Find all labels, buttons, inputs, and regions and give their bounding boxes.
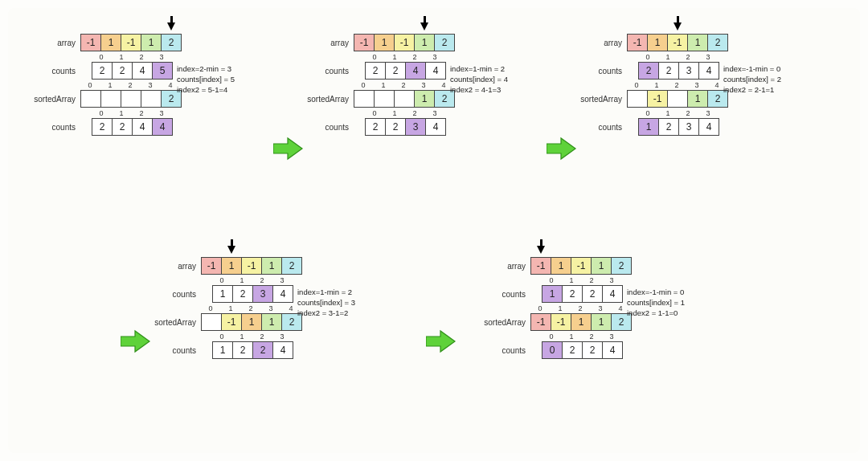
- index-label: 3: [413, 81, 434, 89]
- row-label: sortedArray: [32, 95, 80, 104]
- cell: 2: [582, 285, 603, 303]
- cell: 2: [562, 341, 583, 359]
- cell: 1: [687, 90, 708, 108]
- cell: 5: [152, 62, 173, 80]
- cell: 1: [571, 313, 592, 331]
- index-label: 2: [393, 81, 414, 89]
- cell: -1: [221, 313, 242, 331]
- index-label: 1: [373, 81, 394, 89]
- index-label: 3: [260, 304, 281, 312]
- index-label: 2: [240, 304, 261, 312]
- index-label: 2: [120, 81, 141, 89]
- calc-annotation: index=1-min = 2counts[index] = 3index2 =…: [297, 288, 355, 318]
- row-label: counts: [482, 290, 530, 299]
- cell: 2: [232, 285, 253, 303]
- cell: -1: [354, 34, 375, 51]
- cell: 2: [252, 341, 273, 359]
- calc-annotation: index=-1-min = 0counts[index] = 2index2 …: [723, 64, 781, 95]
- row-label: array: [579, 39, 627, 47]
- cell: 1: [638, 118, 659, 136]
- index-label: 3: [424, 53, 445, 61]
- cell: 3: [678, 118, 699, 136]
- cell: 1: [221, 257, 242, 275]
- cell: 4: [152, 118, 173, 136]
- index-label: 1: [384, 109, 405, 117]
- index-label: 1: [220, 304, 241, 312]
- index-label: 3: [686, 81, 707, 89]
- cell: 2: [658, 118, 679, 136]
- cell: 2: [365, 62, 386, 80]
- cell: 0: [542, 341, 563, 359]
- index-label: 0: [626, 81, 647, 89]
- index-label: 0: [80, 81, 100, 89]
- index-label: 2: [581, 332, 602, 341]
- cell: 2: [582, 341, 603, 359]
- cell: 1: [241, 313, 262, 331]
- index-label: 1: [231, 332, 252, 341]
- index-label: 2: [678, 109, 698, 117]
- index-label: 3: [698, 53, 719, 61]
- row-label: sortedArray: [153, 318, 201, 327]
- row-label: counts: [153, 346, 201, 355]
- step4: array-11-1120123counts123401234sortedArr…: [153, 249, 302, 361]
- index-label: 0: [91, 109, 112, 117]
- calc-annotation: index=1-min = 2counts[index] = 4index2 =…: [450, 64, 508, 95]
- cell: 1: [261, 313, 282, 331]
- index-label: 1: [384, 53, 405, 61]
- index-label: 3: [601, 332, 622, 341]
- cell: [627, 90, 648, 108]
- index-label: 1: [657, 53, 678, 61]
- row-label: sortedArray: [305, 95, 354, 104]
- cell: 4: [405, 62, 426, 80]
- index-label: 3: [590, 304, 611, 312]
- cell: 3: [678, 62, 699, 80]
- cell: [374, 90, 395, 108]
- index-label: 3: [698, 109, 719, 117]
- cell: 2: [434, 34, 455, 51]
- cell: -1: [667, 34, 688, 51]
- row-label: counts: [305, 123, 354, 132]
- index-label: 2: [404, 53, 425, 61]
- index-label: 0: [211, 332, 232, 341]
- cell: 1: [261, 257, 282, 275]
- pointer-arrow-icon: [537, 246, 545, 254]
- pointer-arrow-icon: [227, 246, 235, 254]
- row-label: array: [153, 262, 201, 271]
- index-label: 1: [100, 81, 121, 89]
- cell: 1: [647, 34, 668, 51]
- cell: 4: [602, 341, 623, 359]
- index-label: 0: [541, 276, 562, 284]
- cell: 1: [551, 257, 571, 275]
- cell: 4: [132, 118, 153, 136]
- row-label: counts: [579, 67, 627, 75]
- step5: array-11-1120123counts122401234sortedArr…: [482, 249, 632, 361]
- row-label: counts: [305, 67, 354, 75]
- index-label: 3: [140, 81, 161, 89]
- cell: [80, 90, 101, 108]
- step1: array-11-1120123counts224501234sortedArr…: [32, 26, 182, 137]
- flow-arrow-icon: [273, 137, 304, 161]
- row-label: sortedArray: [579, 95, 627, 104]
- cell: 1: [414, 34, 435, 51]
- cell: 1: [687, 34, 708, 51]
- cell: [394, 90, 415, 108]
- cell: 4: [698, 118, 719, 136]
- cell: [121, 90, 141, 108]
- index-label: 0: [200, 304, 221, 312]
- cell: 2: [611, 257, 632, 275]
- cell: -1: [647, 90, 668, 108]
- index-label: 1: [561, 332, 582, 341]
- row-label: counts: [153, 290, 201, 299]
- index-label: 0: [353, 81, 374, 89]
- index-label: 1: [657, 109, 678, 117]
- index-label: 2: [131, 109, 152, 117]
- row-label: array: [482, 262, 530, 271]
- flow-arrow-icon: [547, 137, 577, 161]
- cell: -1: [80, 34, 101, 51]
- calc-annotation: index=2-min = 3counts[index] = 5index2 =…: [177, 64, 235, 95]
- cell: 2: [385, 62, 406, 80]
- row-label: counts: [482, 346, 530, 355]
- index-label: 2: [678, 53, 698, 61]
- cell: -1: [530, 257, 551, 275]
- cell: 1: [212, 285, 233, 303]
